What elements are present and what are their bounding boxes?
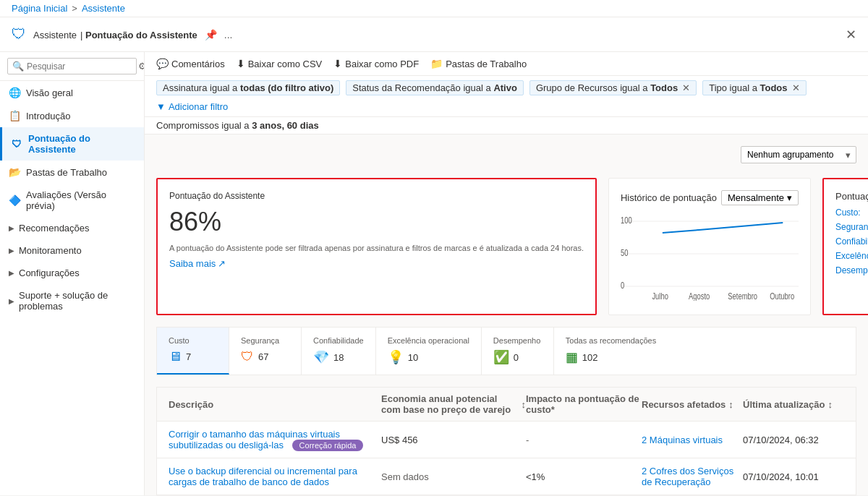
pin-icon[interactable]: 📌 <box>205 29 217 40</box>
summary-value-seguranca: 🛡 67 <box>241 349 289 364</box>
sidebar-item-introducao[interactable]: 📋 Introdução <box>0 104 144 127</box>
category-title: Pontuação por categoria <box>835 191 868 202</box>
confiabilidade-icon: 💎 <box>313 349 329 365</box>
sidebar-item-monitoramento[interactable]: ▶ Monitoramento <box>0 239 144 262</box>
close-icon[interactable]: ✕ <box>846 27 856 43</box>
svg-text:50: 50 <box>621 248 628 258</box>
row1-resources[interactable]: 2 Máquinas virtuais <box>642 435 743 445</box>
category-label-desempenho[interactable]: Desempenho: <box>835 265 868 275</box>
svg-text:Setembro: Setembro <box>728 291 757 301</box>
excelencia-icon: 💡 <box>388 349 404 365</box>
score-description: A pontuação do Assistente pode ser filtr… <box>169 243 584 254</box>
summary-card-excelencia[interactable]: Excelência operacional 💡 10 <box>376 328 482 375</box>
seguranca-count: 67 <box>258 351 268 362</box>
filter-group[interactable]: Grupo de Recursos igual a Todos ✕ <box>529 80 697 95</box>
filter-type[interactable]: Tipo igual a Todos ✕ <box>702 80 806 95</box>
sidebar-item-pontuacao[interactable]: 🛡 Pontuação do Assistente <box>0 127 144 161</box>
diamond-icon: 🔷 <box>9 194 20 206</box>
sidebar-item-suporte[interactable]: ▶ Suporte + solução de problemas <box>0 284 144 317</box>
more-icon[interactable]: ... <box>224 29 233 40</box>
commitments-label: Compromissos igual a 3 anos, 60 dias <box>156 120 319 131</box>
row1-impact: - <box>526 435 642 445</box>
add-filter-label: Adicionar filtro <box>169 101 228 112</box>
th-updated[interactable]: Última atualização ↕ <box>743 393 844 415</box>
sidebar-label-monitoramento: Monitoramento <box>19 245 82 256</box>
category-row-excelencia: Excelência operacional: 81% <box>835 251 868 261</box>
sidebar-item-recomendacoes[interactable]: ▶ Recomendações <box>0 217 144 239</box>
sort-icon-resources: ↕ <box>728 399 733 410</box>
sidebar-item-configuracoes[interactable]: ▶ Configurações <box>0 262 144 284</box>
work-folders-button[interactable]: 📁 Pastas de Trabalho <box>430 58 527 69</box>
chevron-right-icon-4: ▶ <box>9 297 14 305</box>
sidebar-item-visao-geral[interactable]: 🌐 Visão geral <box>0 81 144 104</box>
row2-desc-link[interactable]: Use o backup diferencial ou incremental … <box>169 466 357 487</box>
summary-card-desempenho[interactable]: Desempenho ✅ 0 <box>482 328 554 375</box>
filter-group-label: Grupo de Recursos igual a Todos <box>536 82 678 93</box>
filter-subscription[interactable]: Assinatura igual a todas (do filtro ativ… <box>156 80 340 95</box>
search-input[interactable] <box>27 61 135 72</box>
filter-icon: ▼ <box>156 101 166 112</box>
add-filter-button[interactable]: ▼ Adicionar filtro <box>156 101 228 112</box>
category-label-seguranca[interactable]: Segurança: <box>835 222 868 232</box>
breadcrumb-home[interactable]: Página Inicial <box>12 3 67 14</box>
download-pdf-button[interactable]: ⬇ Baixar como PDF <box>333 58 419 69</box>
search-row[interactable]: 🔍 ⚙ « <box>7 58 137 74</box>
category-label-excelencia[interactable]: Excelência operacional: <box>835 251 868 261</box>
filter-type-remove[interactable]: ✕ <box>792 82 800 93</box>
comments-button[interactable]: 💬 Comentários <box>156 58 225 69</box>
topbar-title: Pontuação do Assistente <box>85 30 197 40</box>
commitments-bar: Compromissos igual a 3 anos, 60 dias <box>145 117 868 134</box>
topbar-separator: | <box>80 30 85 40</box>
category-label-custo[interactable]: Custo: <box>835 208 868 218</box>
topbar: 🛡 Assistente | Pontuação do Assistente 📌… <box>0 17 868 52</box>
grouping-row: Nenhum agrupamento Por categoria Por tip… <box>156 146 856 163</box>
sidebar-label-visao-geral: Visão geral <box>26 87 73 98</box>
chart-title: Histórico de pontuação <box>621 192 717 203</box>
summary-label-todas: Todas as recomendações <box>566 336 656 345</box>
download-csv-button[interactable]: ⬇ Baixar como CSV <box>237 58 323 69</box>
th-savings-label: Economia anual potencial com base no pre… <box>381 393 519 415</box>
desempenho-count: 0 <box>514 352 519 363</box>
topbar-title-prefix: Assistente <box>33 30 77 40</box>
category-label-confiabilidade[interactable]: Confiabilidade (Versão prévia): <box>835 236 868 247</box>
category-row-seguranca: Segurança: 59% <box>835 222 868 232</box>
history-chart-card: Histórico de pontuação Mensalmente ▾ 100 <box>608 178 811 315</box>
row2-description: Use o backup diferencial ou incremental … <box>169 466 381 487</box>
chevron-right-icon: ▶ <box>9 224 14 232</box>
summary-card-custo[interactable]: Custo 🖥 7 <box>157 328 229 375</box>
summary-card-todas[interactable]: Todas as recomendações ▦ 102 <box>554 328 668 375</box>
todas-count: 102 <box>582 352 598 363</box>
grouping-select[interactable]: Nenhum agrupamento Por categoria Por tip… <box>741 146 856 163</box>
summary-value-custo: 🖥 7 <box>169 349 217 364</box>
category-row-custo: Custo: 100% <box>835 208 868 218</box>
search-icon: 🔍 <box>12 61 24 72</box>
chart-period-selector[interactable]: Mensalmente ▾ <box>721 190 799 205</box>
score-link[interactable]: Saiba mais ↗ <box>169 258 584 269</box>
confiabilidade-count: 18 <box>333 352 344 363</box>
filter-group-remove[interactable]: ✕ <box>682 82 690 93</box>
sidebar-item-avaliacoes[interactable]: 🔷 Avaliações (Versão prévia) <box>0 184 144 217</box>
sort-icon-updated: ↕ <box>827 399 833 410</box>
row1-savings: US$ 456 <box>381 435 526 445</box>
history-chart-svg: 100 50 0 Julho Agosto Setembro Outubro <box>621 214 799 301</box>
work-folder-icon: 📁 <box>430 58 443 69</box>
filter-status[interactable]: Status da Recomendação igual a Ativo <box>346 80 524 95</box>
summary-label-confiabilidade: Confiabilidade <box>313 336 364 345</box>
sidebar-label-avaliacoes: Avaliações (Versão prévia) <box>26 189 135 211</box>
folder-icon: 📂 <box>9 166 20 178</box>
th-resources[interactable]: Recursos afetados ↕ <box>642 393 743 415</box>
sidebar-label-pontuacao: Pontuação do Assistente <box>28 133 135 155</box>
th-savings[interactable]: Economia anual potencial com base no pre… <box>381 393 526 415</box>
main-content: 💬 Comentários ⬇ Baixar como CSV ⬇ Baixar… <box>145 52 868 495</box>
table-row: Use o backup diferencial ou incremental … <box>157 458 856 495</box>
search-options-icon[interactable]: ⚙ <box>138 61 145 72</box>
chart-header: Histórico de pontuação Mensalmente ▾ <box>621 190 799 205</box>
summary-card-confiabilidade[interactable]: Confiabilidade 💎 18 <box>302 328 376 375</box>
row2-resources[interactable]: 2 Cofres dos Serviços de Recuperação <box>642 466 743 487</box>
chevron-down-icon: ▾ <box>787 192 792 203</box>
th-impact: Impacto na pontuação de custo* <box>526 393 642 415</box>
sidebar-item-pastas[interactable]: 📂 Pastas de Trabalho <box>0 161 144 184</box>
summary-label-desempenho: Desempenho <box>493 336 542 345</box>
table-row: Corrigir o tamanho das máquinas virtuais… <box>157 422 856 458</box>
summary-card-seguranca[interactable]: Segurança 🛡 67 <box>229 328 302 375</box>
